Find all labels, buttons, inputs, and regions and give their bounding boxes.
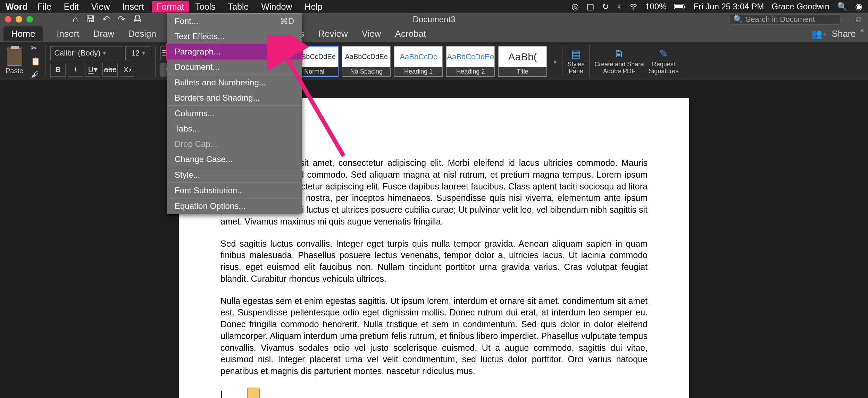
- paste-options-icon[interactable]: [247, 388, 260, 398]
- workspace: Lorem ipsum dolor sit amet, consectetur …: [0, 80, 868, 398]
- document-search[interactable]: 🔍 Search in Document: [729, 14, 841, 25]
- cut-icon[interactable]: ✂: [31, 44, 40, 53]
- tab-home[interactable]: Home: [3, 26, 43, 41]
- format-menu-style[interactable]: Style...: [167, 167, 302, 183]
- creative-cloud-icon[interactable]: ◎: [571, 2, 579, 11]
- style-heading-1[interactable]: AaBbCcDcHeading 1: [394, 46, 443, 77]
- battery-icon: [674, 3, 686, 10]
- feedback-icon[interactable]: ☺: [854, 14, 863, 25]
- undo-icon[interactable]: ↶: [102, 14, 110, 25]
- tab-acrobat[interactable]: Acrobat: [395, 28, 426, 39]
- format-menu-font-substitution[interactable]: Font Substitution...: [167, 183, 302, 198]
- mac-menubar: Word File Edit View Insert Format Tools …: [0, 0, 868, 13]
- style-gallery-more[interactable]: ▸: [554, 57, 557, 66]
- menu-format[interactable]: Format: [152, 1, 189, 12]
- datetime: Fri Jun 25 3:04 PM: [693, 2, 764, 11]
- svg-rect-2: [675, 5, 683, 8]
- tab-design[interactable]: Design: [128, 28, 156, 39]
- close-window[interactable]: [5, 16, 11, 23]
- format-menu-tabs[interactable]: Tabs...: [167, 121, 302, 136]
- tab-insert[interactable]: Insert: [57, 28, 79, 39]
- spotlight-icon[interactable]: 🔍: [837, 2, 848, 11]
- tab-view[interactable]: View: [362, 28, 381, 39]
- format-menu-document[interactable]: Document...: [167, 59, 302, 75]
- search-icon: 🔍: [733, 15, 743, 24]
- adobe-create-share-button[interactable]: 🗎Create and ShareAdobe PDF: [594, 48, 644, 75]
- window-chrome: ⌂ 🖫 ↶ ↷ 🖶 Document3 🔍 Search in Document…: [0, 13, 868, 25]
- style-gallery: AaBbCcDdEeNormal AaBbCcDdEeNo Spacing Aa…: [290, 46, 547, 77]
- zoom-window[interactable]: [26, 16, 33, 23]
- traffic-lights: [5, 16, 33, 23]
- document-title: Document3: [413, 15, 456, 24]
- menu-view[interactable]: View: [91, 2, 110, 12]
- ribbon: Paste ✂ 📋 🖌 Calibri (Body)▾ 12▾ B I U ▾ …: [0, 42, 868, 80]
- timemachine-icon[interactable]: ↻: [602, 2, 609, 11]
- wifi-icon[interactable]: [629, 3, 637, 10]
- redo-icon[interactable]: ↷: [118, 14, 125, 25]
- format-menu-text-effects[interactable]: Text Effects...: [167, 29, 302, 44]
- font-family-select[interactable]: Calibri (Body)▾: [50, 46, 123, 60]
- menu-window[interactable]: Window: [261, 2, 292, 12]
- clipboard-icon: [7, 48, 22, 66]
- italic-button[interactable]: I: [68, 63, 83, 77]
- bluetooth-icon[interactable]: ᚼ: [617, 2, 621, 11]
- svg-rect-3: [684, 6, 685, 8]
- menu-file[interactable]: File: [37, 2, 51, 12]
- font-size-select[interactable]: 12▾: [125, 46, 150, 60]
- copy-icon[interactable]: 📋: [31, 57, 40, 66]
- format-menu-borders-and-shading[interactable]: Borders and Shading...: [167, 90, 302, 105]
- strikethrough-button[interactable]: abc: [102, 63, 118, 77]
- format-menu-equation-options[interactable]: Equation Options...: [167, 198, 302, 214]
- underline-button[interactable]: U ▾: [85, 63, 100, 77]
- subscript-button[interactable]: X₂: [120, 63, 135, 77]
- format-menu-bullets-and-numbering[interactable]: Bullets and Numbering...: [167, 75, 302, 90]
- menu-edit[interactable]: Edit: [64, 2, 79, 12]
- username: Grace Goodwin: [771, 2, 829, 11]
- svg-point-0: [633, 9, 634, 10]
- paragraph-3: Nulla egestas sem et enim egestas sagitt…: [220, 295, 648, 377]
- airplay-icon[interactable]: ▢: [586, 2, 594, 11]
- menu-help[interactable]: Help: [304, 2, 322, 12]
- styles-pane-button[interactable]: ▤StylesPane: [567, 48, 584, 75]
- format-menu: Font...⌘DText Effects...Paragraph...⌥⌘MD…: [167, 13, 302, 214]
- app-name: Word: [6, 2, 27, 12]
- paragraph-2: Sed sagittis luctus convallis. Integer e…: [220, 238, 648, 285]
- format-painter-icon[interactable]: 🖌: [31, 70, 40, 79]
- tab-draw[interactable]: Draw: [93, 28, 114, 39]
- ribbon-tabs: Home Insert Draw Design Layout Reference…: [0, 25, 868, 42]
- style-no-spacing[interactable]: AaBbCcDdEeNo Spacing: [342, 46, 391, 77]
- battery-percent: 100%: [645, 2, 666, 11]
- share-button[interactable]: 👥+ Share ˄: [811, 28, 865, 39]
- format-menu-drop-cap: Drop Cap...: [167, 136, 302, 152]
- search-placeholder: Search in Document: [745, 15, 815, 24]
- minimize-window[interactable]: [16, 16, 22, 23]
- style-heading-2[interactable]: AaBbCcDdEeHeading 2: [446, 46, 495, 77]
- menu-tools[interactable]: Tools: [195, 2, 215, 12]
- format-menu-change-case[interactable]: Change Case...: [167, 152, 302, 167]
- bold-button[interactable]: B: [50, 63, 66, 77]
- format-menu-columns[interactable]: Columns...: [167, 106, 302, 121]
- menu-table[interactable]: Table: [228, 2, 249, 12]
- paste-button[interactable]: Paste: [6, 48, 23, 75]
- tab-review[interactable]: Review: [318, 28, 348, 39]
- print-icon[interactable]: 🖶: [133, 14, 142, 25]
- request-signatures-button[interactable]: ✎RequestSignatures: [649, 48, 678, 75]
- style-title[interactable]: AaBb(Title: [498, 46, 547, 77]
- format-menu-font[interactable]: Font...⌘D: [167, 14, 302, 29]
- save-icon[interactable]: 🖫: [86, 14, 95, 25]
- status-area: ◎ ▢ ↻ ᚼ 100% Fri Jun 25 3:04 PM Grace Go…: [571, 2, 862, 11]
- siri-icon[interactable]: ◉: [855, 2, 862, 11]
- home-icon[interactable]: ⌂: [73, 14, 78, 25]
- menu-insert[interactable]: Insert: [123, 2, 144, 12]
- format-menu-paragraph[interactable]: Paragraph...⌥⌘M: [167, 44, 302, 59]
